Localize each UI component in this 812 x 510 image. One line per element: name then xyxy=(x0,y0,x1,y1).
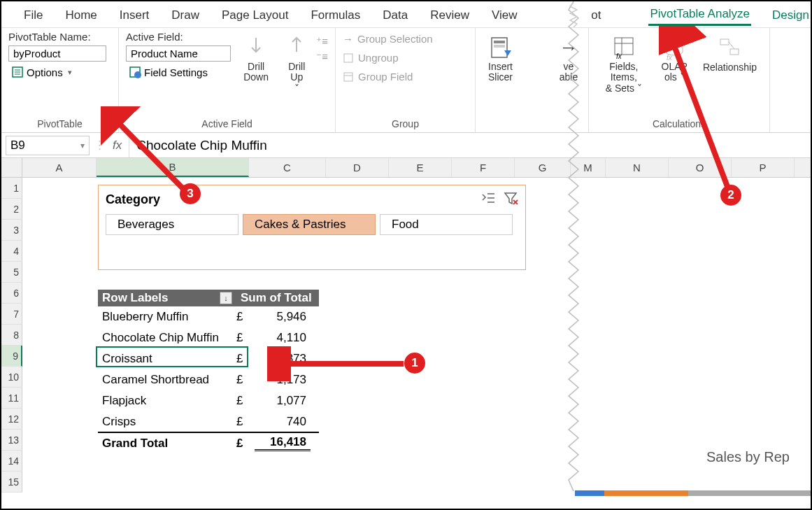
sort-dropdown-icon[interactable]: ↓ xyxy=(220,292,232,304)
clear-filter-icon[interactable] xyxy=(503,191,518,208)
row-12[interactable]: 12 xyxy=(1,409,22,430)
select-all-corner[interactable] xyxy=(1,158,22,177)
row-14[interactable]: 14 xyxy=(1,451,22,472)
pt-name-label: PivotTable Name: xyxy=(8,31,106,43)
row-3[interactable]: 3 xyxy=(1,220,22,241)
pivot-values-header[interactable]: Sum of Total xyxy=(236,290,316,306)
chart-title: Sales by Rep xyxy=(706,449,790,465)
bar-segment-blue xyxy=(575,490,604,496)
row-8[interactable]: 8 xyxy=(1,325,22,346)
grand-total-value: 16,418 xyxy=(255,435,311,451)
col-F[interactable]: F xyxy=(452,158,515,177)
tab-page-layout[interactable]: Page Layout xyxy=(220,4,290,25)
fields-items-sets-button[interactable]: fx Fields, Items, & Sets ˅ xyxy=(596,31,652,97)
row-5[interactable]: 5 xyxy=(1,262,22,283)
table-row[interactable]: Flapjack £ 1,077 xyxy=(98,390,319,411)
tab-view[interactable]: View xyxy=(490,4,519,25)
ungroup-label: Ungroup xyxy=(358,52,399,64)
bar-segment-orange xyxy=(604,490,688,496)
col-A[interactable]: A xyxy=(22,158,97,177)
active-field-input[interactable] xyxy=(126,45,231,62)
tab-review[interactable]: Review xyxy=(429,4,471,25)
grand-total-row[interactable]: Grand Total £ 16,418 xyxy=(98,432,319,453)
pt-name-input[interactable] xyxy=(8,45,106,62)
group-group: → Group Selection Ungroup Group Field Gr… xyxy=(336,28,476,132)
currency: £ xyxy=(236,437,255,451)
row-10[interactable]: 10 xyxy=(1,367,22,388)
partial-button-ve-able[interactable]: → ve able xyxy=(553,31,584,86)
row-13[interactable]: 13 xyxy=(1,430,22,451)
table-row[interactable]: Crisps £ 740 xyxy=(98,411,319,432)
callout-1: 1 xyxy=(404,353,425,374)
tab-data[interactable]: Data xyxy=(381,4,409,25)
drill-down-icon xyxy=(246,34,266,62)
slicer-item-beverages[interactable]: Beverages xyxy=(106,214,238,235)
insert-slicer-button[interactable]: Insert Slicer xyxy=(483,31,518,86)
tab-insert[interactable]: Insert xyxy=(118,4,151,25)
collapse-field-icon: ⁻≡ xyxy=(316,50,328,63)
callout-arrow-2 xyxy=(659,26,743,201)
svg-rect-6 xyxy=(344,54,352,62)
tab-pivottable-analyze[interactable]: PivotTable Analyze xyxy=(648,3,751,26)
row-11[interactable]: 11 xyxy=(1,388,22,409)
expand-field-icon: ⁺≡ xyxy=(316,35,328,48)
chart-bars xyxy=(575,490,812,496)
svg-rect-7 xyxy=(344,73,352,81)
table-row[interactable]: Blueberry Muffin £ 5,946 xyxy=(98,306,319,327)
col-M[interactable]: M xyxy=(571,158,606,177)
col-G[interactable]: G xyxy=(515,158,571,177)
slicer-category[interactable]: Category Beverages Cakes & Pastries Food xyxy=(98,185,526,270)
row-value: 740 xyxy=(255,415,311,429)
row-7[interactable]: 7 xyxy=(1,304,22,325)
row-15[interactable]: 15 xyxy=(1,472,22,493)
name-box-value: B9 xyxy=(10,139,25,153)
tab-home[interactable]: Home xyxy=(64,4,98,25)
grand-total-label: Grand Total xyxy=(98,435,236,452)
field-settings-icon xyxy=(129,66,141,78)
drill-up-icon xyxy=(287,34,306,62)
field-settings-button[interactable]: Field Settings xyxy=(126,64,231,80)
group-filter-partial: Insert Slicer xyxy=(476,28,518,132)
drill-down-button: Drill Down xyxy=(235,31,277,86)
field-settings-label: Field Settings xyxy=(144,66,208,78)
svg-line-25 xyxy=(113,118,185,190)
currency: £ xyxy=(236,373,255,387)
drill-down-label: Drill Down xyxy=(241,62,271,83)
row-4[interactable]: 4 xyxy=(1,241,22,262)
svg-text:fx: fx xyxy=(616,52,622,60)
tab-design[interactable]: Design xyxy=(771,4,811,25)
row-value: 4,110 xyxy=(255,331,311,345)
drill-up-label: Drill Up ˅ xyxy=(287,62,306,94)
row-9[interactable]: 9 xyxy=(1,346,22,367)
col-D[interactable]: D xyxy=(326,158,389,177)
row-2[interactable]: 2 xyxy=(1,199,22,220)
row-6[interactable]: 6 xyxy=(1,283,22,304)
pivot-header: Row Labels ↓ Sum of Total xyxy=(98,290,319,306)
slicer-item-food[interactable]: Food xyxy=(380,214,513,235)
options-label: Options xyxy=(27,66,63,78)
row-1[interactable]: 1 xyxy=(1,178,22,199)
worksheet-cells[interactable]: Category Beverages Cakes & Pastries Food xyxy=(22,178,811,493)
group-selection-label: Group Selection xyxy=(357,33,433,45)
chevron-down-icon[interactable]: ▾ xyxy=(80,141,85,150)
row-label: Crisps xyxy=(98,413,236,430)
currency: £ xyxy=(236,310,255,324)
tab-pivot-fragment[interactable]: ot xyxy=(590,4,602,25)
callout-arrow-1 xyxy=(267,346,421,381)
tab-file[interactable]: File xyxy=(22,4,44,25)
options-button[interactable]: Options xyxy=(8,64,106,80)
tab-draw[interactable]: Draw xyxy=(170,4,201,25)
col-E[interactable]: E xyxy=(389,158,452,177)
row-headers: 1 2 3 4 5 6 7 8 9 10 11 12 13 14 15 xyxy=(1,178,22,493)
name-box[interactable]: B9 ▾ xyxy=(6,136,90,155)
pivot-row-labels-header[interactable]: Row Labels xyxy=(102,291,168,305)
slicer-item-cakes[interactable]: Cakes & Pastries xyxy=(243,214,376,235)
active-cell-outline xyxy=(96,346,248,367)
col-C[interactable]: C xyxy=(249,158,326,177)
group-selection-icon: → xyxy=(343,33,353,45)
fields-items-label: Fields, Items, & Sets ˅ xyxy=(601,62,646,94)
table-row[interactable]: Chocolate Chip Muffin £ 4,110 xyxy=(98,327,319,348)
multi-select-icon[interactable] xyxy=(480,191,496,208)
tab-formulas[interactable]: Formulas xyxy=(309,4,362,25)
group-field-icon xyxy=(343,71,354,83)
